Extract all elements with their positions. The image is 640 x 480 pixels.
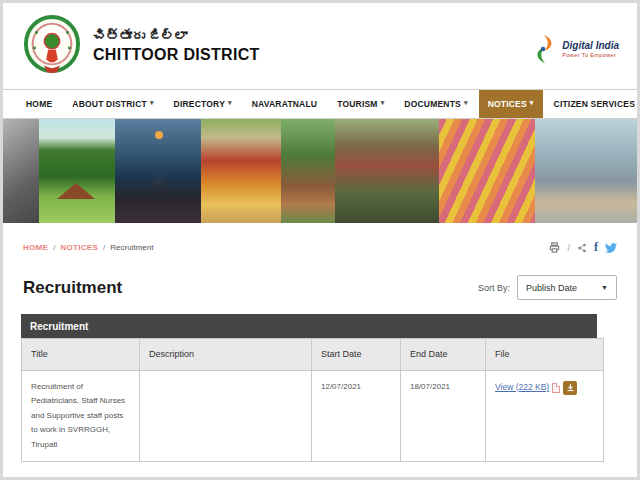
facebook-icon[interactable]: f bbox=[594, 240, 598, 255]
banner-photo-rock-hill bbox=[3, 119, 39, 223]
table-header-row: Title Description Start Date End Date Fi… bbox=[22, 339, 604, 371]
banner-photo-colorful-ghat-steps bbox=[439, 119, 535, 223]
breadcrumb-separator: / bbox=[103, 243, 105, 252]
cell-description bbox=[140, 371, 312, 462]
digital-india-tagline: Power To Empower bbox=[562, 52, 619, 58]
chevron-down-icon: ▾ bbox=[381, 99, 385, 107]
dropdown-arrow-icon: ▼ bbox=[601, 284, 608, 291]
nav-item-notices[interactable]: NOTICES▾ bbox=[479, 90, 543, 118]
site-logo-group[interactable]: చిత్తూరు జిల్లా CHITTOOR DISTRICT bbox=[23, 15, 260, 77]
main-nav: HOME ABOUT DISTRICT▾ DIRECTORY▾ NAVARATN… bbox=[3, 89, 637, 119]
banner-photo-temple-arches bbox=[335, 119, 439, 223]
digital-india-swoosh-icon bbox=[535, 34, 557, 64]
column-header-start-date: Start Date bbox=[312, 339, 401, 371]
column-header-title: Title bbox=[22, 339, 140, 371]
site-title: CHITTOOR DISTRICT bbox=[93, 46, 260, 64]
recruitment-panel: Recruitment Title Description Start Date… bbox=[21, 314, 597, 462]
view-file-link[interactable]: View (222 KB) bbox=[495, 380, 549, 395]
nav-item-documents[interactable]: DOCUMENTS▾ bbox=[395, 90, 476, 118]
icon-separator: / bbox=[567, 243, 570, 253]
nav-item-about-district[interactable]: ABOUT DISTRICT▾ bbox=[63, 90, 162, 118]
chevron-down-icon: ▾ bbox=[150, 99, 154, 107]
nav-item-citizen-services[interactable]: CITIZEN SERVICES bbox=[545, 90, 640, 118]
digital-india-title: Digital India bbox=[562, 40, 619, 51]
twitter-icon[interactable] bbox=[605, 242, 617, 254]
chevron-down-icon: ▾ bbox=[464, 99, 468, 107]
table-row: Recruitment of Pediatricians, Staff Nurs… bbox=[22, 371, 604, 462]
site-titles: చిత్తూరు జిల్లా CHITTOOR DISTRICT bbox=[93, 28, 260, 64]
banner-photo-harbor-night bbox=[115, 119, 201, 223]
panel-title: Recruitment bbox=[21, 314, 597, 338]
site-title-telugu: చిత్తూరు జిల్లా bbox=[93, 28, 260, 43]
site-header: చిత్తూరు జిల్లా CHITTOOR DISTRICT Digita… bbox=[3, 3, 637, 89]
breadcrumb: HOME / NOTICES / Recruitment bbox=[23, 243, 153, 252]
cell-file: View (222 KB) bbox=[486, 371, 604, 462]
chevron-down-icon: ▾ bbox=[530, 99, 534, 107]
recruitment-table: Title Description Start Date End Date Fi… bbox=[21, 338, 604, 462]
district-emblem-logo bbox=[23, 15, 81, 77]
page-title: Recruitment bbox=[23, 278, 122, 298]
banner-photo-heritage-building bbox=[281, 119, 335, 223]
pdf-file-icon bbox=[552, 383, 560, 393]
sort-by-selected-value: Publish Date bbox=[526, 283, 577, 293]
column-header-description: Description bbox=[140, 339, 312, 371]
banner-photo-festival-procession bbox=[201, 119, 281, 223]
breadcrumb-notices-link[interactable]: NOTICES bbox=[60, 243, 98, 252]
share-icon[interactable] bbox=[577, 243, 587, 253]
nav-item-directory[interactable]: DIRECTORY▾ bbox=[165, 90, 241, 118]
breadcrumb-current-page: Recruitment bbox=[110, 243, 153, 252]
breadcrumb-separator: / bbox=[53, 243, 55, 252]
banner-collage bbox=[3, 119, 637, 223]
share-toolbar: / f bbox=[549, 240, 617, 255]
banner-photo-palm-grove-hut bbox=[39, 119, 115, 223]
page-frame: చిత్తూరు జిల్లా CHITTOOR DISTRICT Digita… bbox=[0, 0, 640, 480]
nav-item-tourism[interactable]: TOURISM▾ bbox=[328, 90, 393, 118]
breadcrumb-home-link[interactable]: HOME bbox=[23, 243, 48, 252]
printer-icon[interactable] bbox=[549, 242, 560, 253]
breadcrumb-row: HOME / NOTICES / Recruitment / f bbox=[3, 223, 637, 255]
nav-item-home[interactable]: HOME bbox=[17, 90, 61, 118]
digital-india-text: Digital India Power To Empower bbox=[562, 40, 619, 58]
digital-india-logo[interactable]: Digital India Power To Empower bbox=[535, 34, 619, 64]
download-button[interactable] bbox=[563, 381, 577, 395]
title-row: Recruitment Sort By: Publish Date ▼ bbox=[3, 255, 637, 300]
sort-by-group: Sort By: Publish Date ▼ bbox=[478, 275, 617, 300]
banner-photo-river-bridge bbox=[535, 119, 637, 223]
cell-end-date: 18/07/2021 bbox=[401, 371, 486, 462]
cell-start-date: 12/07/2021 bbox=[312, 371, 401, 462]
sort-by-label: Sort By: bbox=[478, 283, 510, 293]
column-header-file: File bbox=[486, 339, 604, 371]
sort-by-select[interactable]: Publish Date ▼ bbox=[517, 275, 617, 300]
column-header-end-date: End Date bbox=[401, 339, 486, 371]
nav-item-navaratnalu[interactable]: NAVARATNALU bbox=[243, 90, 326, 118]
cell-title: Recruitment of Pediatricians, Staff Nurs… bbox=[22, 371, 140, 462]
chevron-down-icon: ▾ bbox=[228, 99, 232, 107]
